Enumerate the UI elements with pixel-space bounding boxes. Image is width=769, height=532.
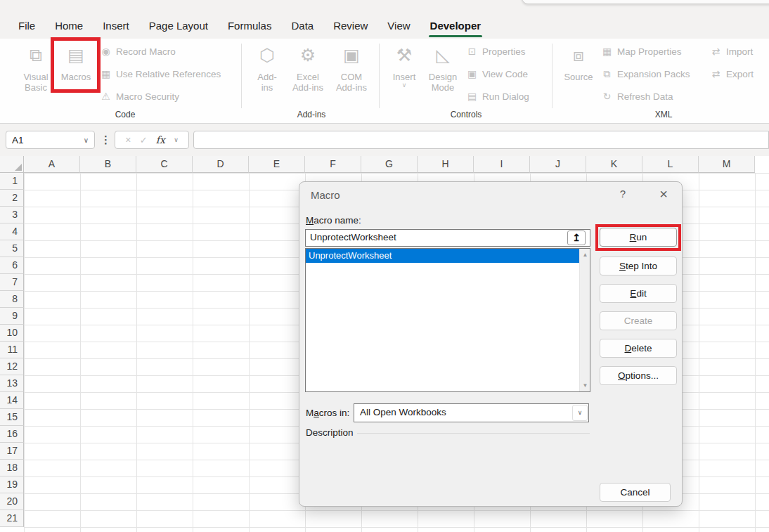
map-properties-icon: ▦ <box>601 46 613 57</box>
column-header-D[interactable]: D <box>193 156 249 173</box>
column-header-F[interactable]: F <box>305 156 361 173</box>
cancel-button[interactable]: Cancel <box>600 483 671 502</box>
use-relative-references-label: Use Relative References <box>116 69 221 79</box>
visual-basic-icon: ⧉ <box>30 41 42 72</box>
row-header-19[interactable]: 19 <box>0 476 24 493</box>
tab-file[interactable]: File <box>8 14 45 39</box>
enter-entry-icon[interactable]: ✓ <box>140 135 148 145</box>
column-header-E[interactable]: E <box>249 156 305 173</box>
column-header-J[interactable]: J <box>530 156 586 173</box>
row-header-4[interactable]: 4 <box>0 223 24 240</box>
row-header-10[interactable]: 10 <box>0 325 24 342</box>
column-header-A[interactable]: A <box>24 156 80 173</box>
scroll-up-icon[interactable]: ▲ <box>580 249 590 260</box>
row-header-14[interactable]: 14 <box>0 392 24 409</box>
tab-formulas[interactable]: Formulas <box>218 14 282 39</box>
row-header-1[interactable]: 1 <box>0 173 24 190</box>
row-header-15[interactable]: 15 <box>0 409 24 426</box>
macro-list-scrollbar[interactable]: ▲ ▼ <box>579 249 590 391</box>
column-header-G[interactable]: G <box>361 156 418 173</box>
macro-name-expand-button[interactable]: ↥ <box>567 231 586 245</box>
map-properties-button[interactable]: ▦ Map Properties <box>601 44 682 58</box>
macros-in-dropdown[interactable]: All Open Workbooks <box>354 403 589 422</box>
properties-button[interactable]: ⊡ Properties <box>466 44 526 58</box>
column-header-H[interactable]: H <box>418 156 474 173</box>
name-box[interactable]: A1 ∨ <box>6 131 95 149</box>
tab-insert[interactable]: Insert <box>93 14 139 39</box>
tab-review[interactable]: Review <box>323 14 377 39</box>
row-header-11[interactable]: 11 <box>0 342 24 358</box>
addins-button[interactable]: ⬡ Add- ins <box>248 41 286 105</box>
tab-view[interactable]: View <box>377 14 420 39</box>
view-code-button[interactable]: ▣ View Code <box>466 67 528 81</box>
row-header-5[interactable]: 5 <box>0 240 24 257</box>
column-header-L[interactable]: L <box>642 156 699 173</box>
create-button[interactable]: Create <box>600 311 677 330</box>
row-header-12[interactable]: 12 <box>0 358 24 375</box>
macro-name-label: Macro name: <box>306 215 361 226</box>
macro-name-input[interactable]: UnprotectWorksheet <box>305 229 590 247</box>
row-header-16[interactable]: 16 <box>0 426 24 443</box>
excel-addins-label: Excel <box>297 72 319 82</box>
close-icon[interactable]: × <box>654 185 673 203</box>
cancel-entry-icon[interactable]: × <box>125 134 131 145</box>
tab-home[interactable]: Home <box>45 14 93 39</box>
tab-developer[interactable]: Developer <box>420 14 491 39</box>
expansion-packs-button[interactable]: ⧉ Expansion Packs <box>601 67 690 81</box>
macro-security-label: Macro Security <box>116 91 179 102</box>
macros-in-chevron-icon[interactable]: ∨ <box>572 405 588 421</box>
insert-function-icon[interactable]: fx <box>156 134 165 145</box>
source-button[interactable]: ⧈ Source <box>560 41 597 105</box>
row-header-8[interactable]: 8 <box>0 291 24 308</box>
delete-button[interactable]: Delete <box>600 339 677 358</box>
visual-basic-button[interactable]: ⧉ Visual Basic <box>19 41 53 105</box>
options-button[interactable]: Options... <box>600 366 677 385</box>
record-macro-button[interactable]: ◉ Record Macro <box>100 44 176 58</box>
name-box-chevron-icon[interactable]: ∨ <box>84 136 89 144</box>
row-header-9[interactable]: 9 <box>0 308 24 325</box>
controls-group-label: Controls <box>424 110 508 119</box>
formula-bar-dots-icon: ⋮ <box>101 131 110 149</box>
row-header-21[interactable]: 21 <box>0 510 24 527</box>
com-addins-button[interactable]: ▣ COM Add-ins <box>329 41 374 105</box>
row-header-18[interactable]: 18 <box>0 460 24 476</box>
export-button[interactable]: ⇄ Export <box>710 67 754 81</box>
tab-data[interactable]: Data <box>281 14 323 39</box>
scroll-down-icon[interactable]: ▼ <box>580 380 590 391</box>
expansion-packs-icon: ⧉ <box>601 68 613 80</box>
column-header-I[interactable]: I <box>474 156 530 173</box>
column-header-C[interactable]: C <box>136 156 193 173</box>
row-header-20[interactable]: 20 <box>0 493 24 510</box>
row-header-3[interactable]: 3 <box>0 207 24 223</box>
excel-addins-button[interactable]: ⚙ Excel Add-ins <box>287 41 328 105</box>
row-header-17[interactable]: 17 <box>0 443 24 460</box>
macro-list[interactable]: UnprotectWorksheet ▲ ▼ <box>305 248 590 392</box>
run-dialog-button[interactable]: ▤ Run Dialog <box>466 89 529 103</box>
column-header-K[interactable]: K <box>586 156 642 173</box>
com-addins-label2: Add-ins <box>336 82 367 93</box>
column-header-M[interactable]: M <box>699 156 755 173</box>
import-button[interactable]: ⇄ Import <box>710 44 753 58</box>
select-all-triangle-icon <box>15 164 22 171</box>
macro-list-item[interactable]: UnprotectWorksheet <box>306 249 579 263</box>
design-mode-label: Design <box>429 72 457 82</box>
design-mode-button[interactable]: ◺ Design Mode <box>422 41 463 105</box>
refresh-data-button[interactable]: ↻ Refresh Data <box>601 89 673 103</box>
formula-input[interactable] <box>193 131 769 149</box>
row-header-2[interactable]: 2 <box>0 190 24 207</box>
tab-page-layout[interactable]: Page Layout <box>139 14 218 39</box>
macros-annotation-box <box>51 37 101 93</box>
macro-security-button[interactable]: ⚠ Macro Security <box>100 89 179 103</box>
help-icon[interactable]: ? <box>614 188 631 203</box>
edit-button[interactable]: Edit <box>600 284 677 303</box>
row-header-7[interactable]: 7 <box>0 274 24 291</box>
step-into-button[interactable]: Step Into <box>600 257 677 275</box>
upload-arrow-icon: ↥ <box>572 232 581 243</box>
select-all-button[interactable] <box>0 156 24 173</box>
fx-chevron-icon[interactable]: ∨ <box>174 136 179 143</box>
row-header-6[interactable]: 6 <box>0 257 24 274</box>
use-relative-references-button[interactable]: ▦ Use Relative References <box>100 67 221 81</box>
row-header-13[interactable]: 13 <box>0 375 24 392</box>
column-header-B[interactable]: B <box>80 156 136 173</box>
insert-controls-button[interactable]: ⚒ Insert ∨ <box>387 41 421 105</box>
